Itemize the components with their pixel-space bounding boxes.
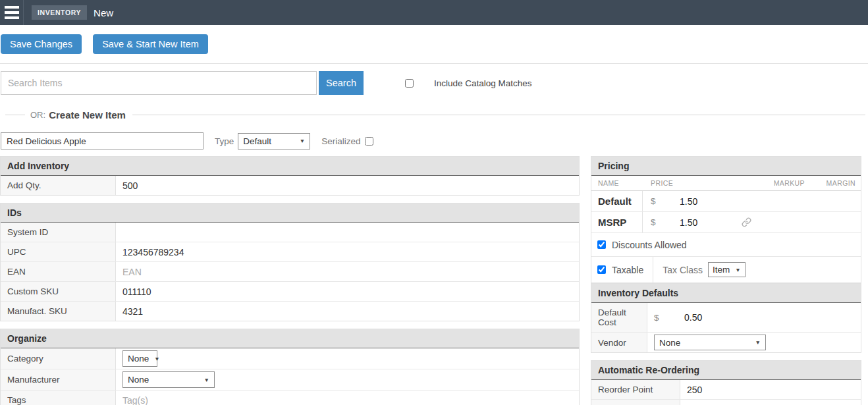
price-column-header: PRICE [643,179,742,187]
discounts-allowed-checkbox[interactable] [597,240,606,249]
default-price-row: Default $ [591,191,861,212]
taxable-row: Taxable Tax Class Item▼ [591,257,861,283]
organize-section: Organize Category None▼ Manufacturer Non… [0,329,580,405]
custom-sku-row: Custom SKU [1,282,579,302]
search-row: Search Include Catalog Matches [1,71,868,95]
or-label: OR: [30,110,45,120]
add-inventory-section: Add Inventory Add Qty. [0,156,580,196]
add-qty-label: Add Qty. [1,176,116,195]
add-inventory-header: Add Inventory [1,157,579,176]
search-button[interactable]: Search [319,71,364,95]
msrp-price-name: MSRP [591,212,643,232]
system-id-row: System ID [1,223,579,242]
category-row: Category None▼ [1,348,579,369]
default-price-name: Default [591,191,643,211]
chevron-down-icon: ▼ [154,356,159,362]
serialized-checkbox[interactable] [365,137,373,146]
tags-input[interactable] [122,395,572,405]
create-new-item-title: Create New Item [49,109,126,121]
page-title: New [94,7,113,18]
margin-column-header: MARGIN [805,179,861,187]
hamburger-menu-icon[interactable] [0,0,24,25]
msrp-price-input[interactable] [680,217,726,228]
msrp-price-row: MSRP $ [591,212,861,233]
manufact-sku-input[interactable] [122,306,572,317]
pricing-header: Pricing [591,157,861,176]
save-start-new-item-button[interactable]: Save & Start New Item [93,34,208,54]
desired-level-label: Desired Inventory Level [591,400,680,405]
ids-section: IDs System ID UPC EAN Custom SKU Manufac… [0,203,580,321]
include-catalog-checkbox[interactable] [405,79,414,88]
chevron-down-icon: ▼ [755,339,761,346]
category-label: Category [1,348,116,369]
default-cost-row: Default Cost $ [591,303,861,333]
category-select[interactable]: None▼ [122,350,157,367]
search-items-input[interactable] [1,71,317,95]
tags-label: Tags [1,391,116,405]
tags-row: Tags [1,391,579,405]
system-id-value [116,223,579,242]
manufacturer-select[interactable]: None▼ [122,371,215,388]
name-column-header: NAME [591,179,643,187]
upc-label: UPC [1,242,116,261]
item-name-input[interactable] [1,132,203,149]
chevron-down-icon: ▼ [300,138,305,144]
pricing-section: Pricing NAME PRICE MARKUP MARGIN Default… [591,156,861,283]
chevron-down-icon: ▼ [735,267,740,273]
reorder-point-input[interactable] [687,385,854,395]
inventory-defaults-section: Inventory Defaults Default Cost $ Vendor… [591,283,861,353]
create-new-item-divider: OR: Create New Item [0,109,868,121]
ean-row: EAN [1,262,579,282]
item-name-row: Type Default▼ Serialized [1,132,868,149]
organize-header: Organize [1,329,579,348]
currency-symbol: $ [654,313,684,323]
markup-column-header: MARKUP [742,179,805,187]
price-link-icon[interactable] [742,217,751,227]
default-cost-input[interactable] [684,312,715,323]
inventory-defaults-header: Inventory Defaults [591,284,861,303]
action-toolbar: Save Changes Save & Start New Item [0,25,868,64]
auto-reorder-section: Automatic Re-Ordering Reorder Point Desi… [591,360,861,405]
tax-class-label: Tax Class [663,265,703,275]
chevron-down-icon: ▼ [204,377,209,383]
currency-symbol: $ [651,217,680,227]
vendor-row: Vendor None▼ [591,333,861,352]
vendor-label: Vendor [591,333,647,352]
reorder-point-row: Reorder Point [591,380,861,400]
auto-reorder-header: Automatic Re-Ordering [591,361,861,380]
taxable-checkbox[interactable] [597,265,606,274]
pricing-column-headers: NAME PRICE MARKUP MARGIN [591,176,861,191]
serialized-label: Serialized [321,136,360,146]
add-qty-input[interactable] [122,180,572,191]
manufact-sku-label: Manufact. SKU [1,302,116,321]
taxable-label: Taxable [612,265,643,275]
custom-sku-label: Custom SKU [1,282,116,301]
manufacturer-label: Manufacturer [1,369,116,390]
system-id-label: System ID [1,223,116,242]
default-cost-label: Default Cost [591,303,647,332]
discounts-allowed-row: Discounts Allowed [591,233,861,257]
ean-label: EAN [1,262,116,281]
manufacturer-row: Manufacturer None▼ [1,369,579,391]
default-price-input[interactable] [680,196,726,207]
vendor-select[interactable]: None▼ [654,335,766,350]
upc-row: UPC [1,242,579,262]
ids-header: IDs [1,203,579,223]
type-label: Type [215,136,234,146]
currency-symbol: $ [651,196,680,206]
tax-class-select[interactable]: Item▼ [708,262,746,277]
include-catalog-label: Include Catalog Matches [434,78,532,88]
discounts-allowed-label: Discounts Allowed [612,240,687,250]
inventory-module-badge[interactable]: INVENTORY [32,5,87,20]
ean-input[interactable] [122,267,572,277]
reorder-point-label: Reorder Point [591,380,680,399]
add-qty-row: Add Qty. [1,176,579,195]
upc-input[interactable] [122,247,572,257]
item-type-select[interactable]: Default▼ [238,133,310,149]
desired-level-row: Desired Inventory Level [591,400,861,405]
top-bar: INVENTORY New [0,0,868,25]
save-changes-button[interactable]: Save Changes [1,34,82,54]
manufact-sku-row: Manufact. SKU [1,302,579,321]
custom-sku-input[interactable] [122,286,572,297]
